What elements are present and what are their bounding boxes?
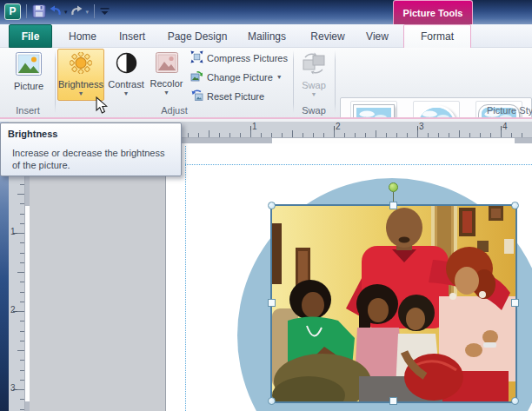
adjust-group-label: Adjust bbox=[56, 103, 293, 116]
tab-review[interactable]: Review bbox=[306, 24, 349, 48]
chevron-down-icon: ▼ bbox=[78, 90, 84, 96]
swap-button: Swap ▼ bbox=[296, 49, 331, 101]
margin-guide-horizontal bbox=[185, 164, 532, 165]
picture-button-label: Picture bbox=[14, 81, 43, 91]
swap-group-label: Swap bbox=[293, 103, 335, 116]
hruler-number: 1 bbox=[252, 123, 257, 131]
redo-icon[interactable] bbox=[70, 3, 83, 20]
resize-handle-top[interactable] bbox=[389, 202, 397, 209]
hruler-number: 2 bbox=[336, 123, 341, 131]
title-bar: P ▾ ▾ Picture Tools bbox=[0, 0, 532, 24]
quick-access-toolbar: P ▾ ▾ bbox=[0, 2, 110, 21]
selected-picture[interactable] bbox=[270, 204, 517, 403]
recolor-button[interactable]: Recolor ▼ bbox=[146, 49, 187, 101]
brightness-icon bbox=[70, 52, 92, 77]
reset-picture-button[interactable]: Reset Picture bbox=[188, 87, 267, 105]
resize-handle-top-left[interactable] bbox=[268, 202, 276, 209]
compress-pictures-label: Compress Pictures bbox=[207, 53, 288, 63]
save-icon[interactable] bbox=[32, 3, 46, 20]
chevron-down-icon: ▼ bbox=[123, 90, 130, 96]
insert-group-label: Insert bbox=[0, 103, 56, 116]
qat-separator bbox=[26, 4, 27, 18]
brightness-button[interactable]: Brightness ▼ bbox=[57, 49, 104, 101]
contrast-button[interactable]: Contrast ▼ bbox=[106, 49, 146, 101]
publisher-app-icon[interactable]: P bbox=[4, 3, 21, 20]
mouse-cursor bbox=[96, 96, 109, 118]
swap-button-label: Swap bbox=[302, 80, 326, 90]
change-picture-button[interactable]: Change Picture ▼ bbox=[188, 68, 285, 86]
tab-home[interactable]: Home bbox=[66, 24, 99, 48]
recolor-icon bbox=[156, 52, 178, 76]
picture-icon bbox=[16, 52, 42, 79]
rotation-handle[interactable] bbox=[389, 182, 398, 192]
compress-pictures-button[interactable]: Compress Pictures bbox=[188, 49, 290, 67]
change-picture-icon bbox=[190, 70, 203, 84]
qat-separator bbox=[94, 4, 95, 18]
resize-handle-left[interactable] bbox=[268, 299, 276, 307]
margin-guide-vertical bbox=[185, 146, 186, 411]
ribbon-tab-row: File Home Insert Page Design Mailings Re… bbox=[0, 24, 532, 48]
undo-dropdown-icon[interactable]: ▾ bbox=[64, 3, 68, 20]
contrast-icon bbox=[116, 52, 137, 77]
customize-quick-access-toolbar-icon[interactable] bbox=[100, 3, 110, 20]
publisher-window: P ▾ ▾ Picture Tools File Home Insert Pag… bbox=[0, 0, 532, 411]
vruler-number: 2 bbox=[10, 306, 16, 315]
contrast-button-label: Contrast bbox=[108, 79, 144, 89]
hruler-number: 3 bbox=[419, 123, 424, 131]
resize-handle-right[interactable] bbox=[511, 299, 519, 307]
group-separator bbox=[335, 50, 336, 113]
insert-picture-button[interactable]: Picture bbox=[5, 49, 52, 101]
recolor-button-label: Recolor bbox=[150, 78, 183, 89]
brightness-button-label: Brightness bbox=[58, 79, 103, 89]
resize-handle-bottom-left[interactable] bbox=[268, 397, 276, 405]
tab-view[interactable]: View bbox=[362, 24, 393, 48]
picture-styles-group-label: Picture Styles bbox=[487, 103, 532, 116]
vruler-number: 1 bbox=[10, 228, 16, 236]
swap-icon bbox=[302, 52, 326, 78]
undo-icon[interactable] bbox=[49, 3, 62, 20]
reset-picture-icon bbox=[190, 89, 203, 103]
tab-file[interactable]: File bbox=[9, 24, 52, 48]
redo-dropdown-icon[interactable]: ▾ bbox=[86, 3, 90, 20]
reset-picture-label: Reset Picture bbox=[207, 91, 264, 102]
brightness-tooltip: Brightness Increase or decrease the brig… bbox=[0, 123, 182, 176]
tab-mailings[interactable]: Mailings bbox=[243, 24, 290, 48]
chevron-down-icon: ▼ bbox=[311, 91, 317, 97]
resize-handle-top-right[interactable] bbox=[511, 202, 519, 209]
tab-page-design[interactable]: Page Design bbox=[165, 24, 229, 48]
tab-format[interactable]: Format bbox=[403, 24, 471, 48]
family-photo bbox=[272, 206, 515, 401]
hruler-number: 4 bbox=[502, 123, 508, 131]
vertical-ruler-object-extent bbox=[24, 143, 30, 411]
compress-pictures-icon bbox=[190, 50, 203, 65]
resize-handle-bottom-right[interactable] bbox=[511, 397, 519, 405]
tooltip-title: Brightness bbox=[8, 129, 174, 139]
tab-insert[interactable]: Insert bbox=[113, 24, 151, 48]
tooltip-body: Increase or decrease the brightness of t… bbox=[12, 147, 170, 172]
contextual-tab-group-header: Picture Tools bbox=[393, 0, 473, 24]
resize-handle-bottom[interactable] bbox=[389, 397, 397, 405]
chevron-down-icon: ▼ bbox=[276, 74, 283, 80]
vertical-ruler bbox=[9, 143, 24, 411]
chevron-down-icon: ▼ bbox=[163, 89, 170, 96]
ribbon: Picture bbox=[0, 48, 532, 117]
vruler-number: 3 bbox=[10, 384, 16, 393]
change-picture-label: Change Picture bbox=[207, 72, 273, 83]
scratch-area[interactable] bbox=[30, 143, 165, 411]
